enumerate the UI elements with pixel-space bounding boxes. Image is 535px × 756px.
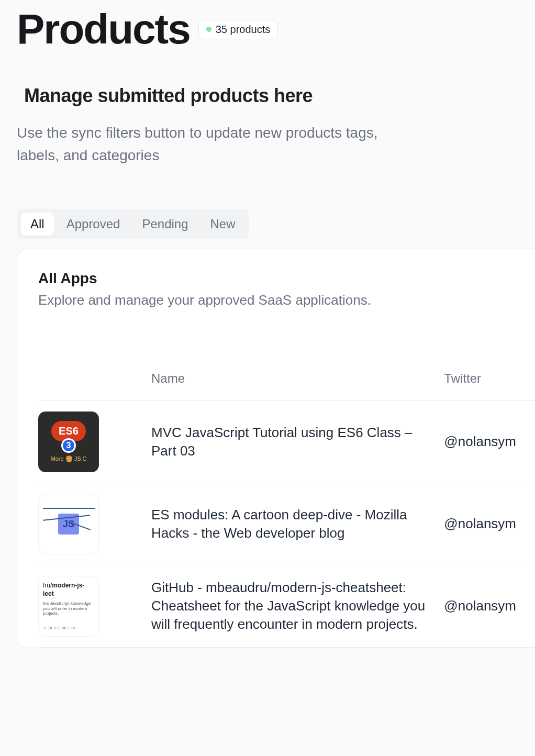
col-name[interactable]: Name bbox=[143, 371, 436, 401]
section-subtitle: Manage submitted products here bbox=[17, 85, 535, 107]
product-thumbnail: JS bbox=[38, 494, 99, 554]
status-dot-icon bbox=[206, 27, 211, 32]
product-name: ES modules: A cartoon deep-dive - Mozill… bbox=[143, 483, 436, 565]
product-name: MVC JavaScript Tutorial using ES6 Class … bbox=[143, 401, 436, 483]
product-count-badge: 35 products bbox=[198, 20, 278, 39]
product-thumbnail: ES6 3 More 🍔 JS C bbox=[38, 412, 99, 472]
card-title: All Apps bbox=[38, 270, 535, 287]
tab-pending[interactable]: Pending bbox=[132, 213, 197, 236]
thumb-text-line: the JavaScript knowledge you will unter … bbox=[43, 601, 94, 616]
thumb-stats: ☆ 1k ☆ 2.5k ⑂ 3k bbox=[43, 626, 75, 631]
apps-card: All Apps Explore and manage your approve… bbox=[17, 249, 535, 648]
tab-all[interactable]: All bbox=[21, 213, 54, 236]
thumb-text-line: fru/modern-js- ieet bbox=[43, 581, 84, 598]
product-thumbnail: fru/modern-js- ieet the JavaScript knowl… bbox=[38, 576, 99, 637]
product-name: GitHub - mbeaudru/modern-js-cheatsheet: … bbox=[143, 565, 436, 647]
tab-new[interactable]: New bbox=[201, 213, 245, 236]
page-title: Products bbox=[17, 5, 190, 53]
card-description: Explore and manage your approved SaaS ap… bbox=[38, 292, 535, 308]
product-count-label: 35 products bbox=[216, 24, 271, 36]
thumb-number-badge: 3 bbox=[61, 438, 76, 453]
thumb-subtext: More 🍔 JS C bbox=[50, 455, 86, 463]
product-twitter: @nolansym bbox=[436, 401, 535, 483]
col-thumbnail bbox=[38, 371, 143, 401]
section-description: Use the sync filters button to update ne… bbox=[17, 121, 394, 167]
tab-approved[interactable]: Approved bbox=[57, 213, 130, 236]
product-twitter: @nolansym bbox=[436, 565, 535, 647]
table-row[interactable]: JS ES modules: A cartoon deep-dive - Moz… bbox=[38, 483, 535, 565]
col-twitter[interactable]: Twitter bbox=[436, 371, 535, 401]
thumb-line-icon bbox=[43, 508, 95, 509]
filter-tabs: All Approved Pending New bbox=[17, 209, 249, 239]
table-row[interactable]: ES6 3 More 🍔 JS C MVC JavaScript Tutoria… bbox=[38, 401, 535, 483]
table-row[interactable]: fru/modern-js- ieet the JavaScript knowl… bbox=[38, 565, 535, 647]
products-table: Name Twitter We ES6 3 More 🍔 JS C MVC Ja… bbox=[38, 371, 535, 648]
product-twitter: @nolansym bbox=[436, 483, 535, 565]
